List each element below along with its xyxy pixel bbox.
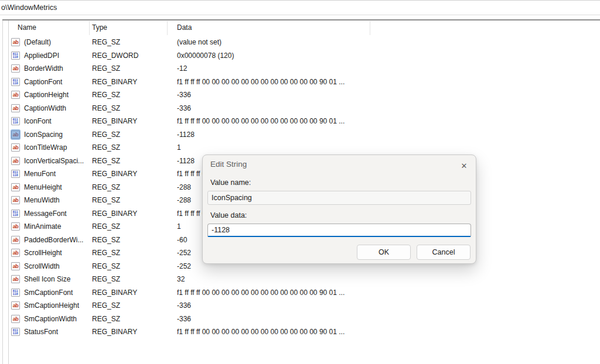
registry-value-row[interactable]: ab BorderWidth REG_SZ -12: [9, 62, 600, 75]
value-name-label: Value name:: [210, 178, 251, 187]
value-type-cell: REG_SZ: [92, 236, 177, 244]
address-bar[interactable]: o\WindowMetrics: [0, 1, 600, 15]
value-name-cell[interactable]: MessageFont: [24, 210, 92, 218]
reg-string-icon: ab: [11, 183, 20, 191]
registry-value-row[interactable]: ab CaptionWidth REG_SZ -336: [9, 102, 600, 115]
registry-value-row[interactable]: 011110 IconFont REG_BINARY f1 ff ff ff 0…: [9, 115, 600, 128]
value-type-cell: REG_BINARY: [92, 328, 177, 336]
value-type-cell: REG_SZ: [92, 249, 177, 257]
value-type-cell: REG_SZ: [92, 222, 177, 231]
value-name-cell[interactable]: AppliedDPI: [24, 51, 92, 60]
value-type-cell: REG_DWORD: [92, 51, 177, 60]
column-divider[interactable]: [167, 21, 168, 35]
value-name-cell[interactable]: MinAnimate: [24, 222, 92, 231]
value-name-cell[interactable]: SmCaptionHeight: [24, 301, 92, 310]
reg-string-icon: ab: [11, 143, 20, 152]
value-name-field: [207, 191, 471, 205]
value-name-cell[interactable]: IconSpacing: [24, 131, 92, 139]
value-icon-wrap: ab: [11, 91, 20, 99]
value-data-cell: -12: [177, 64, 600, 73]
value-name-cell[interactable]: SmCaptionWidth: [24, 315, 92, 323]
value-icon-wrap: 011110: [11, 117, 20, 125]
registry-value-row[interactable]: 011110 CaptionFont REG_BINARY f1 ff ff f…: [9, 75, 600, 89]
value-icon-wrap: ab: [11, 131, 20, 139]
value-icon-wrap: ab: [11, 315, 20, 323]
reg-string-icon: ab: [11, 275, 20, 283]
value-type-cell: REG_SZ: [92, 131, 177, 139]
reg-string-icon: ab: [11, 262, 20, 270]
value-icon-wrap: 011110: [11, 210, 20, 218]
value-data-cell: 0x00000078 (120): [177, 51, 600, 60]
value-icon-wrap: ab: [11, 196, 20, 204]
value-name-cell[interactable]: Shell Icon Size: [24, 275, 92, 283]
address-path: o\WindowMetrics: [1, 4, 57, 12]
value-name-cell[interactable]: IconFont: [24, 117, 92, 125]
value-name-cell[interactable]: CaptionWidth: [24, 104, 92, 112]
value-name-cell[interactable]: MenuFont: [24, 170, 92, 178]
registry-value-row[interactable]: 011110 SmCaptionFont REG_BINARY f1 ff ff…: [9, 286, 600, 300]
reg-string-icon: ab: [11, 236, 20, 244]
value-name-cell[interactable]: CaptionFont: [24, 78, 92, 86]
registry-value-row[interactable]: ab IconTitleWrap REG_SZ 1: [9, 141, 600, 154]
reg-binary-icon: 011110: [11, 78, 20, 86]
value-data-cell: 1: [177, 143, 600, 152]
value-name-cell[interactable]: StatusFont: [24, 328, 92, 336]
value-icon-wrap: ab: [11, 157, 20, 165]
value-type-cell: REG_BINARY: [92, 210, 177, 218]
registry-value-row[interactable]: ab (Default) REG_SZ (value not set): [9, 36, 600, 49]
reg-string-icon: ab: [11, 315, 20, 323]
value-icon-wrap: ab: [11, 104, 20, 112]
value-name-cell[interactable]: ScrollWidth: [24, 262, 92, 270]
value-type-cell: REG_BINARY: [92, 289, 177, 297]
value-name-cell[interactable]: IconTitleWrap: [24, 143, 92, 152]
reg-string-icon: ab: [11, 104, 20, 112]
value-type-cell: REG_SZ: [92, 143, 177, 152]
value-type-cell: REG_SZ: [92, 157, 177, 165]
column-header-name[interactable]: Name: [18, 23, 36, 32]
value-data-input[interactable]: [207, 224, 471, 237]
value-name-cell[interactable]: MenuWidth: [24, 196, 92, 204]
column-divider[interactable]: [370, 21, 370, 35]
registry-value-row[interactable]: ab CaptionHeight REG_SZ -336: [9, 88, 600, 102]
reg-string-icon: ab: [11, 131, 20, 139]
value-data-cell: f1 ff ff ff 00 00 00 00 00 00 00 00 00 0…: [177, 289, 600, 297]
value-name-cell[interactable]: MenuHeight: [24, 183, 92, 191]
column-header-data[interactable]: Data: [177, 23, 192, 32]
value-type-cell: REG_SZ: [92, 301, 177, 310]
registry-value-row[interactable]: ab SmCaptionWidth REG_SZ -336: [9, 313, 600, 326]
value-name-cell[interactable]: (Default): [24, 38, 92, 46]
value-icon-wrap: ab: [11, 262, 20, 270]
value-icon-wrap: ab: [11, 301, 20, 310]
column-divider[interactable]: [89, 21, 90, 35]
registry-value-row[interactable]: ab IconSpacing REG_SZ -1128: [9, 128, 600, 142]
cancel-button[interactable]: Cancel: [417, 245, 471, 260]
value-type-cell: REG_SZ: [92, 315, 177, 323]
registry-value-row[interactable]: ab Shell Icon Size REG_SZ 32: [9, 273, 600, 286]
value-name-cell[interactable]: BorderWidth: [24, 64, 92, 73]
value-name-cell[interactable]: CaptionHeight: [24, 91, 92, 99]
registry-value-row[interactable]: ab SmCaptionHeight REG_SZ -336: [9, 299, 600, 313]
value-icon-wrap: ab: [11, 222, 20, 231]
value-data-cell: -336: [177, 301, 600, 310]
value-data-cell: -336: [177, 91, 600, 99]
value-type-cell: REG_SZ: [92, 275, 177, 283]
value-icon-wrap: ab: [11, 143, 20, 152]
value-name-cell[interactable]: PaddedBorderWi...: [24, 236, 92, 244]
value-icon-wrap: ab: [11, 183, 20, 191]
reg-binary-icon: 011110: [11, 289, 20, 297]
value-data-cell: f1 ff ff ff 00 00 00 00 00 00 00 00 00 0…: [177, 117, 600, 125]
value-name-cell[interactable]: SmCaptionFont: [24, 289, 92, 297]
registry-value-row[interactable]: 011110 AppliedDPI REG_DWORD 0x00000078 (…: [9, 49, 600, 63]
value-name-cell[interactable]: ScrollHeight: [24, 249, 92, 257]
ok-button[interactable]: OK: [357, 245, 411, 260]
close-icon[interactable]: ✕: [457, 159, 471, 173]
value-name-cell[interactable]: IconVerticalSpaci...: [24, 157, 92, 165]
value-type-cell: REG_SZ: [92, 64, 177, 73]
value-type-cell: REG_BINARY: [92, 170, 177, 178]
pane-splitter[interactable]: [8, 20, 9, 364]
tree-pane-edge: [2, 20, 3, 364]
value-icon-wrap: 011110: [11, 78, 20, 86]
registry-value-row[interactable]: 011110 StatusFont REG_BINARY f1 ff ff ff…: [9, 325, 600, 339]
list-top-border: [2, 19, 600, 20]
column-header-type[interactable]: Type: [92, 23, 107, 32]
